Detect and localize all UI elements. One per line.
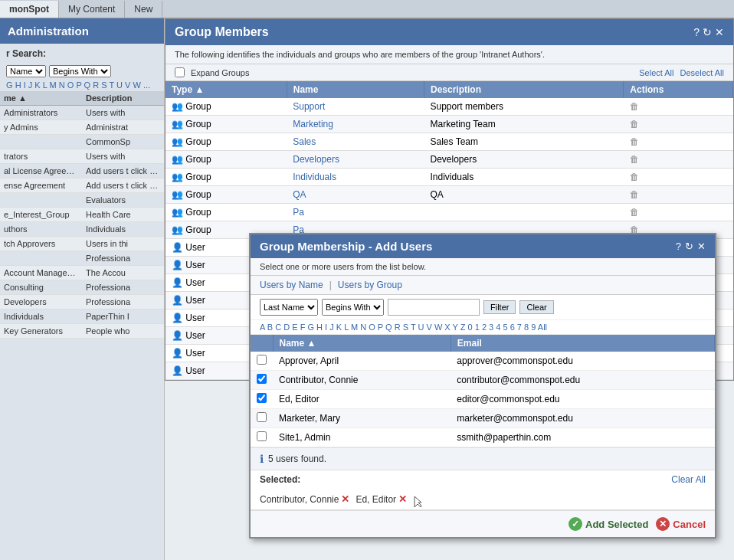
sidebar-item-desc: Health Care	[82, 208, 164, 222]
sidebar-list-item[interactable]: ConsultingProfessiona	[0, 280, 164, 295]
gm-desc-cell: QA	[424, 186, 624, 204]
help-icon[interactable]: ?	[693, 26, 700, 38]
au-user-checkbox-cell	[251, 390, 273, 409]
au-selected-bar: Selected: Clear All	[251, 470, 715, 489]
au-status-bar: ℹ 5 users found.	[251, 447, 715, 470]
au-remove-item-button[interactable]: ✕	[341, 493, 349, 505]
au-filter-input[interactable]	[388, 299, 480, 316]
sidebar-item-name	[0, 193, 82, 208]
sidebar-item-name: Account Management	[0, 266, 82, 280]
tab-monspot[interactable]: monSpot	[0, 1, 59, 18]
au-header: Group Membership - Add Users ? ↻ ✕	[251, 234, 715, 258]
au-user-checkbox[interactable]	[257, 412, 267, 422]
sidebar-item-desc: Users with	[82, 149, 164, 164]
sidebar-list-item[interactable]: al License AgreementAdd users t click on…	[0, 164, 164, 178]
gm-col-type: Type ▲	[165, 81, 287, 98]
gm-name-cell: Marketing	[287, 116, 424, 133]
sidebar-list-item[interactable]: CommonSp	[0, 135, 164, 149]
expand-groups-checkbox[interactable]	[175, 67, 185, 77]
sidebar-list-item[interactable]: AdministratorsUsers with	[0, 106, 164, 120]
au-user-checkbox-cell	[251, 371, 273, 390]
au-user-checkbox[interactable]	[257, 393, 267, 403]
au-selected-label: Selected:	[260, 474, 300, 485]
gm-desc-cell: Developers	[424, 151, 624, 169]
sidebar-list-item[interactable]: DevelopersProfessiona	[0, 295, 164, 309]
au-close-icon[interactable]: ✕	[697, 241, 706, 252]
au-subtitle: Select one or more users from the list b…	[251, 258, 715, 276]
au-refresh-icon[interactable]: ↻	[685, 241, 693, 252]
gm-name-cell: Support	[287, 98, 424, 116]
gm-header-icons: ? ↻ ✕	[693, 26, 724, 38]
sidebar-list-item[interactable]: IndividualsPaperThin I	[0, 309, 164, 324]
au-add-selected-button[interactable]: ✓ Add Selected	[569, 517, 648, 531]
tab-new[interactable]: New	[125, 1, 162, 18]
tab-mycontent[interactable]: My Content	[59, 1, 125, 18]
sidebar-item-name	[0, 135, 82, 149]
sidebar-list-item[interactable]: Evaluators	[0, 193, 164, 208]
sidebar-item-desc: PaperThin I	[82, 309, 164, 324]
gm-actions-cell: 🗑	[624, 133, 733, 151]
sidebar-filter-field[interactable]: Name	[6, 65, 46, 77]
select-all-link[interactable]: Select All	[639, 68, 673, 77]
gm-name-cell: Pa	[287, 204, 424, 221]
au-selected-items: Contributor, Connie ✕Ed, Editor ✕	[251, 489, 715, 510]
sidebar-list-item[interactable]: tratorsUsers with	[0, 149, 164, 164]
tab-users-by-name[interactable]: Users by Name	[260, 280, 323, 290]
deselect-all-link[interactable]: Deselect All	[680, 68, 724, 77]
au-col-name: Name ▲	[273, 335, 451, 352]
au-remove-item-button[interactable]: ✕	[398, 493, 407, 505]
au-col-checkbox	[251, 335, 273, 352]
sidebar-list-item[interactable]: y AdminsAdministrat	[0, 120, 164, 135]
sidebar-item-desc: CommonSp	[82, 135, 164, 149]
sidebar-filter-mode[interactable]: Begins With	[49, 65, 111, 77]
au-filter-mode[interactable]: Begins With Contains Equals	[322, 299, 384, 316]
gm-desc-cell: Support members	[424, 98, 624, 116]
au-clear-all-link[interactable]: Clear All	[671, 474, 706, 485]
sidebar-alpha: G H I J K L M N O P Q R S T U V W ...	[0, 79, 164, 91]
sidebar-list-item[interactable]: e_Interest_GroupHealth Care	[0, 208, 164, 222]
gm-type-cell: 👥 Group	[165, 204, 287, 221]
gm-table-row: 👥 Group QA QA 🗑	[165, 186, 733, 204]
au-user-name: Approver, April	[273, 352, 451, 371]
tab-users-by-group[interactable]: Users by Group	[338, 280, 402, 290]
au-user-checkbox-cell	[251, 352, 273, 371]
gm-name-cell: Sales	[287, 133, 424, 151]
au-clear-filter-button[interactable]: Clear	[519, 300, 553, 314]
au-user-checkbox[interactable]	[257, 374, 267, 384]
gm-type-cell: 👥 Group	[165, 169, 287, 186]
sidebar-item-desc: People who	[82, 324, 164, 339]
gm-type-cell: 👥 Group	[165, 151, 287, 169]
gm-name-cell: Developers	[287, 151, 424, 169]
au-user-checkbox[interactable]	[257, 431, 267, 441]
au-filter-button[interactable]: Filter	[483, 300, 516, 314]
au-user-row: Marketer, Mary marketer@commonspot.edu	[251, 409, 715, 428]
close-icon[interactable]: ✕	[715, 26, 724, 38]
sidebar-list-item[interactable]: uthorsIndividuals	[0, 222, 164, 237]
sidebar-col-name: me ▲	[0, 91, 82, 106]
au-filter-field[interactable]: Last Name First Name Email	[260, 299, 318, 316]
sidebar-item-name: trators	[0, 149, 82, 164]
sidebar-list-item[interactable]: Account ManagementThe Accou	[0, 266, 164, 280]
gm-col-actions: Actions	[624, 81, 733, 98]
au-users-table: Name ▲ Email Approver, April approver@co…	[251, 335, 715, 447]
sidebar-list-item[interactable]: Key GeneratorsPeople who	[0, 324, 164, 339]
au-help-icon[interactable]: ?	[676, 241, 681, 252]
sidebar-item-desc: Professiona	[82, 295, 164, 309]
cancel-icon: ✕	[656, 517, 670, 531]
gm-toolbar: Expand Groups Select All Deselect All	[165, 64, 733, 81]
gm-type-cell: 👥 Group	[165, 133, 287, 151]
sidebar-item-desc: Add users t click on the	[82, 164, 164, 178]
sidebar-item-name: Consulting	[0, 280, 82, 295]
au-user-email: editor@commonspot.edu	[451, 390, 714, 409]
gm-actions-cell: 🗑	[624, 186, 733, 204]
refresh-icon[interactable]: ↻	[703, 26, 712, 38]
au-selected-item: Contributor, Connie ✕	[260, 493, 349, 505]
sidebar-item-desc: Add users t click on the	[82, 178, 164, 193]
sidebar-list-item[interactable]: ense AgreementAdd users t click on the	[0, 178, 164, 193]
au-cancel-button[interactable]: ✕ Cancel	[656, 517, 706, 531]
au-user-checkbox[interactable]	[257, 355, 267, 365]
gm-table-row: 👥 Group Developers Developers 🗑	[165, 151, 733, 169]
sidebar-list-item[interactable]: tch ApproversUsers in thi	[0, 237, 164, 251]
sidebar-list-item[interactable]: Professiona	[0, 251, 164, 266]
gm-title: Group Members	[175, 25, 269, 39]
